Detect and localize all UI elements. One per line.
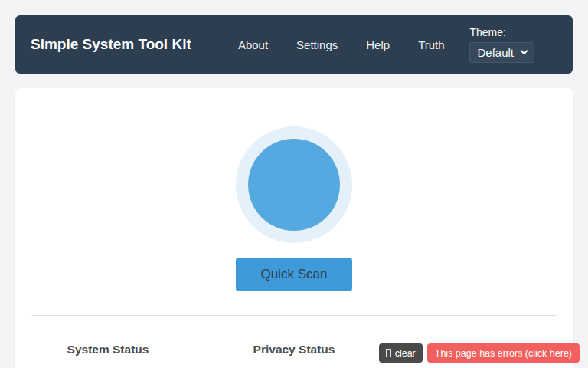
main-card: Quick Scan System Status Privacy Status <box>15 88 573 368</box>
chevron-down-icon <box>521 48 528 55</box>
privacy-status-column: Privacy Status <box>201 330 387 368</box>
nav-link-about[interactable]: About <box>238 38 268 51</box>
error-badge[interactable]: This page has errors (click here) <box>427 343 580 363</box>
navbar: Simple System Tool Kit About Settings He… <box>15 15 573 74</box>
nav-link-settings[interactable]: Settings <box>296 38 338 51</box>
clear-button-label: clear <box>395 348 416 359</box>
privacy-status-title: Privacy Status <box>201 343 387 356</box>
theme-selected-value: Default <box>477 46 514 59</box>
theme-label: Theme: <box>469 26 534 38</box>
divider <box>31 315 557 316</box>
clear-icon <box>386 349 391 357</box>
nav-link-truth[interactable]: Truth <box>418 38 444 51</box>
theme-control: Theme: Default <box>469 26 534 63</box>
nav-link-help[interactable]: Help <box>366 38 390 51</box>
clear-button[interactable]: clear <box>379 343 423 363</box>
system-status-column: System Status <box>15 330 201 368</box>
theme-select[interactable]: Default <box>469 42 534 63</box>
nav-links: About Settings Help Truth <box>213 38 469 51</box>
scan-circle <box>236 127 352 243</box>
debug-overlay: clear This page has errors (click here) <box>379 343 580 363</box>
system-status-title: System Status <box>15 343 201 356</box>
page: Simple System Tool Kit About Settings He… <box>0 0 588 368</box>
scan-circle-inner <box>248 139 340 231</box>
app-title: Simple System Tool Kit <box>31 34 213 55</box>
quick-scan-button[interactable]: Quick Scan <box>236 258 352 291</box>
